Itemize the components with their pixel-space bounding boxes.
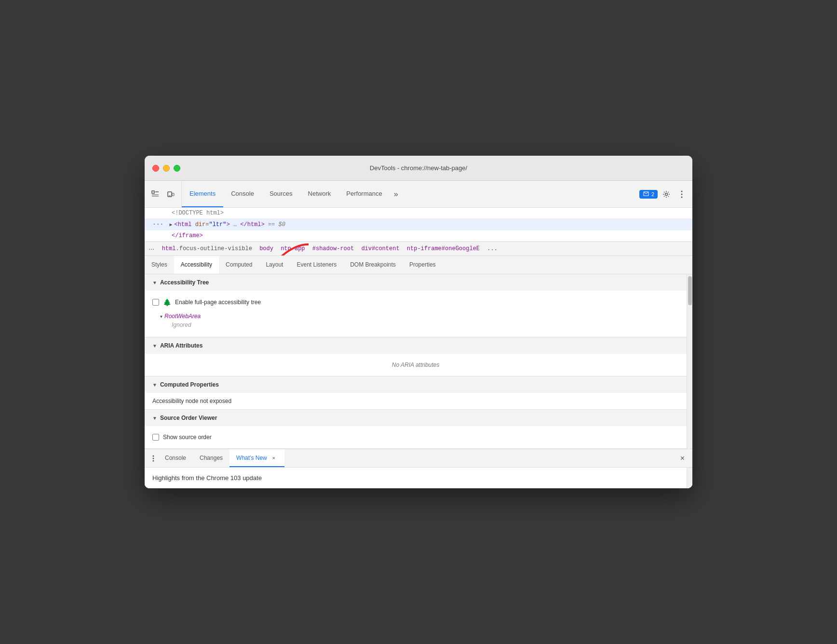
dom-line-doctype: <!DOCTYPE html> bbox=[145, 208, 692, 219]
maximize-button[interactable] bbox=[174, 165, 180, 172]
tab-sources[interactable]: Sources bbox=[262, 181, 300, 207]
enable-tree-checkbox[interactable] bbox=[152, 299, 159, 306]
collapse-arrow-aria: ▼ bbox=[152, 343, 157, 349]
tab-performance[interactable]: Performance bbox=[338, 181, 390, 207]
section-source-order: ▼ Source Order Viewer Show source order bbox=[145, 410, 687, 449]
close-drawer-button[interactable]: × bbox=[676, 454, 688, 463]
breadcrumb-strip: ··· html.focus-outline-visible body ntp-… bbox=[145, 242, 692, 256]
drawer-tabs-bar: Console Changes What's New × × bbox=[145, 449, 692, 468]
ignored-label: Ignored bbox=[160, 320, 671, 328]
devtools-window: DevTools - chrome://new-tab-page/ bbox=[145, 156, 692, 488]
computed-message: Accessibility node not exposed bbox=[152, 398, 231, 404]
dom-options-dots[interactable]: ··· bbox=[152, 221, 163, 228]
tab-layout[interactable]: Layout bbox=[259, 256, 290, 274]
root-expand-arrow[interactable]: ▾ bbox=[160, 314, 162, 319]
computed-properties-body: Accessibility node not exposed bbox=[145, 393, 687, 409]
aria-attributes-header[interactable]: ▼ ARIA Attributes bbox=[145, 337, 687, 354]
drawer-content: Highlights from the Chrome 103 update bbox=[145, 468, 687, 488]
main-panel: ▼ Accessibility Tree 🌲 Enable full-page … bbox=[145, 274, 687, 449]
computed-properties-header[interactable]: ▼ Computed Properties bbox=[145, 376, 687, 393]
section-computed-properties: ▼ Computed Properties Accessibility node… bbox=[145, 376, 687, 410]
tab-console[interactable]: Console bbox=[223, 181, 262, 207]
more-tabs-button[interactable]: » bbox=[390, 181, 402, 207]
main-body: ▼ Accessibility Tree 🌲 Enable full-page … bbox=[145, 274, 692, 449]
root-web-area-title: ▾ RootWebArea bbox=[160, 313, 671, 320]
panel-tabs: Styles Accessibility Computed Layout Eve… bbox=[145, 256, 692, 274]
svg-point-9 bbox=[681, 193, 683, 195]
drawer-scrollbar[interactable] bbox=[687, 468, 692, 488]
highlights-message: Highlights from the Chrome 103 update bbox=[152, 474, 262, 482]
dom-line-html: ··· ▶ <html dir="ltr"> … </html> == $0 bbox=[145, 219, 692, 230]
right-toolbar: 2 bbox=[635, 181, 692, 207]
tab-dom-breakpoints[interactable]: DOM Breakpoints bbox=[343, 256, 403, 274]
breadcrumb-div-content[interactable]: div#content bbox=[359, 245, 401, 252]
svg-point-8 bbox=[681, 190, 683, 192]
breadcrumb-body[interactable]: body bbox=[257, 245, 275, 252]
source-order-header[interactable]: ▼ Source Order Viewer bbox=[145, 410, 687, 426]
devtools-content: <!DOCTYPE html> ··· ▶ <html dir="ltr"> …… bbox=[145, 208, 692, 488]
settings-button[interactable] bbox=[660, 188, 673, 201]
close-whats-new-tab[interactable]: × bbox=[270, 454, 278, 462]
no-aria-message: No ARIA attributes bbox=[145, 354, 687, 376]
show-source-order-label: Show source order bbox=[163, 434, 212, 441]
close-button[interactable] bbox=[152, 165, 159, 172]
breadcrumb-ntp-iframe[interactable]: ntp-iframe#oneGoogleE bbox=[405, 245, 482, 252]
source-order-body: Show source order bbox=[145, 426, 687, 448]
breadcrumb-shadow-root[interactable]: #shadow-root bbox=[310, 245, 356, 252]
tab-properties[interactable]: Properties bbox=[403, 256, 443, 274]
tab-event-listeners[interactable]: Event Listeners bbox=[290, 256, 343, 274]
drawer-tab-whats-new[interactable]: What's New × bbox=[230, 449, 284, 467]
svg-rect-0 bbox=[152, 191, 154, 193]
bottom-drawer: Console Changes What's New × × Highlight… bbox=[145, 449, 692, 488]
expand-triangle[interactable]: ▶ bbox=[169, 222, 172, 228]
notification-badge[interactable]: 2 bbox=[639, 190, 658, 199]
svg-point-10 bbox=[681, 196, 683, 198]
device-toolbar-button[interactable] bbox=[164, 188, 177, 201]
svg-point-14 bbox=[153, 460, 154, 461]
breadcrumb-dots[interactable]: ··· bbox=[148, 245, 154, 253]
dom-line-iframe: </iframe> bbox=[145, 230, 692, 242]
collapse-arrow-computed: ▼ bbox=[152, 382, 157, 388]
section-accessibility-tree: ▼ Accessibility Tree 🌲 Enable full-page … bbox=[145, 274, 687, 337]
breadcrumb-html[interactable]: html.focus-outline-visible bbox=[160, 245, 254, 252]
root-web-area: ▾ RootWebArea Ignored bbox=[152, 309, 679, 332]
dom-code-area: <!DOCTYPE html> ··· ▶ <html dir="ltr"> …… bbox=[145, 208, 692, 242]
scrollbar-thumb bbox=[688, 276, 692, 305]
breadcrumb-ntp-app[interactable]: ntp-app bbox=[279, 245, 307, 252]
window-title: DevTools - chrome://new-tab-page/ bbox=[370, 164, 467, 172]
accessibility-tree-header[interactable]: ▼ Accessibility Tree bbox=[145, 274, 687, 291]
tab-network[interactable]: Network bbox=[300, 181, 339, 207]
inspect-element-button[interactable] bbox=[148, 188, 162, 201]
enable-tree-row: 🌲 Enable full-page accessibility tree bbox=[152, 295, 679, 309]
devtools-header: Elements Console Sources Network Perform… bbox=[145, 181, 692, 208]
more-options-button[interactable] bbox=[675, 188, 688, 201]
svg-point-13 bbox=[153, 457, 154, 459]
root-web-area-label: RootWebArea bbox=[164, 313, 201, 320]
breadcrumb-more[interactable]: ... bbox=[485, 245, 500, 252]
tab-computed[interactable]: Computed bbox=[219, 256, 259, 274]
left-toolbar bbox=[145, 181, 182, 207]
svg-point-7 bbox=[665, 193, 668, 195]
iframe-close-code: </iframe> bbox=[172, 232, 203, 239]
minimize-button[interactable] bbox=[163, 165, 170, 172]
drawer-tab-changes[interactable]: Changes bbox=[193, 449, 230, 467]
collapse-arrow-source: ▼ bbox=[152, 416, 157, 421]
collapse-arrow: ▼ bbox=[152, 280, 157, 285]
traffic-lights bbox=[152, 165, 180, 172]
tab-elements[interactable]: Elements bbox=[182, 181, 223, 207]
accessibility-tree-body: 🌲 Enable full-page accessibility tree ▾ … bbox=[145, 291, 687, 337]
right-scrollbar[interactable] bbox=[687, 274, 692, 449]
show-source-order-row: Show source order bbox=[152, 431, 679, 443]
drawer-content-area: Highlights from the Chrome 103 update bbox=[145, 468, 692, 488]
tab-accessibility[interactable]: Accessibility bbox=[174, 256, 219, 274]
section-aria-attributes: ▼ ARIA Attributes No ARIA attributes bbox=[145, 337, 687, 376]
doctype-code: <!DOCTYPE html> bbox=[172, 210, 224, 216]
tab-styles[interactable]: Styles bbox=[145, 256, 174, 274]
html-element-code: <html dir="ltr"> … </html> == $0 bbox=[174, 221, 285, 228]
title-bar: DevTools - chrome://new-tab-page/ bbox=[145, 156, 692, 181]
tree-icon: 🌲 bbox=[163, 298, 171, 306]
enable-tree-label: Enable full-page accessibility tree bbox=[175, 299, 261, 306]
drawer-menu-button[interactable] bbox=[148, 455, 158, 462]
show-source-order-checkbox[interactable] bbox=[152, 434, 159, 441]
drawer-tab-console[interactable]: Console bbox=[158, 449, 193, 467]
